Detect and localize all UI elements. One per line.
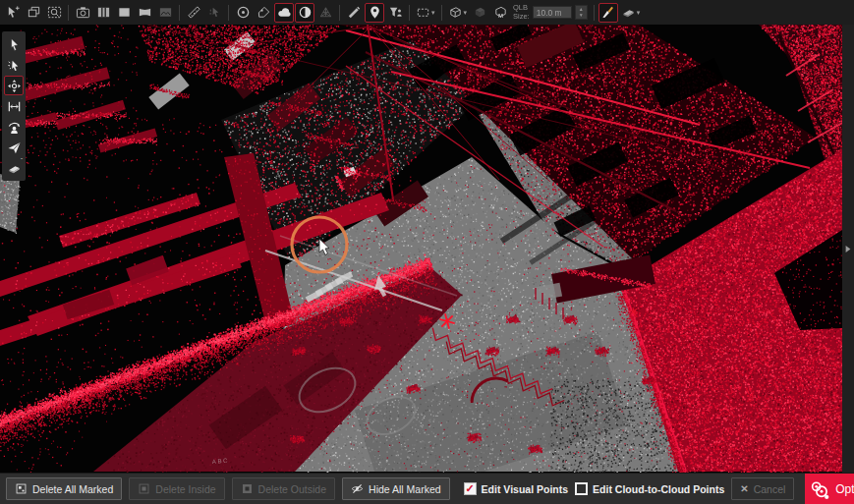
tool-rect-select[interactable]: ▾ xyxy=(414,3,437,23)
duplicate-frames-icon xyxy=(27,5,41,20)
measure-width-icon xyxy=(7,99,22,114)
toolbar-separator xyxy=(228,5,229,21)
button-label: Delete Inside xyxy=(155,483,215,495)
click-cursor-icon xyxy=(207,5,222,20)
location-pin-icon xyxy=(368,5,382,20)
cancel-button: ✕Cancel xyxy=(731,477,794,500)
mesh-icon xyxy=(318,5,333,20)
toolbar-separator xyxy=(339,5,340,21)
hide-marked-icon xyxy=(351,482,364,495)
orbit-person-icon xyxy=(7,120,22,135)
cancel-label: Cancel xyxy=(754,483,786,495)
toolbar-separator xyxy=(441,5,442,21)
optimize-bundle-label: Optimize Bundle xyxy=(835,482,854,496)
point-cloud-viewport[interactable] xyxy=(0,25,842,473)
filter-person-icon xyxy=(388,5,403,20)
tag-icon xyxy=(256,5,271,20)
checkbox-label: Edit Visual Points xyxy=(482,483,569,495)
checkbox-label: Edit Cloud-to-Cloud Points xyxy=(593,483,724,495)
cube-solid-icon xyxy=(473,5,487,20)
button-label: Delete Outside xyxy=(258,483,326,495)
measure-pen-icon xyxy=(347,5,362,20)
qlb-size-stepper[interactable]: ▲▼ xyxy=(575,5,588,20)
tool-cube-wire[interactable]: ▾ xyxy=(446,3,470,23)
tool-cube-solid xyxy=(470,3,489,23)
split-view-icon xyxy=(96,5,111,20)
tool-filter-person[interactable] xyxy=(385,3,405,23)
chevron-down-icon[interactable]: ▾ xyxy=(637,9,641,16)
lasso-cursor-icon xyxy=(7,58,22,73)
tool-eraser-3d[interactable]: ▾ xyxy=(619,3,643,23)
brush-icon xyxy=(600,5,615,20)
solid-rect-icon xyxy=(117,5,132,20)
delete-marked-icon xyxy=(15,482,28,495)
target-disc-icon xyxy=(236,5,251,20)
tool-measure-pen[interactable] xyxy=(344,3,364,23)
tool-select-cursor[interactable] xyxy=(4,34,24,54)
tool-solid-rect[interactable] xyxy=(114,3,134,23)
tool-cube-m[interactable]: M xyxy=(490,3,510,23)
edit-visual-points-checkbox[interactable]: ✓Edit Visual Points xyxy=(464,482,569,495)
tool-cloud[interactable] xyxy=(274,3,294,23)
cloud-icon xyxy=(277,5,292,20)
tool-mesh xyxy=(315,3,335,23)
optimize-bundle-icon xyxy=(810,479,829,499)
tool-orbit-person[interactable] xyxy=(4,117,24,137)
tool-duplicate-frames[interactable] xyxy=(24,3,43,23)
tool-lasso-cursor[interactable] xyxy=(4,55,24,75)
eraser-3d-icon xyxy=(7,161,22,176)
tool-camera[interactable] xyxy=(73,3,92,23)
button-label: Hide All Marked xyxy=(369,483,441,495)
tool-target-disc[interactable] xyxy=(233,3,253,23)
tool-eraser-3d[interactable]: ˇ xyxy=(4,158,24,178)
delete-inside-icon xyxy=(138,482,150,495)
delete-outside-button: Delete Outside xyxy=(232,477,335,500)
rect-select-icon xyxy=(416,5,430,20)
select-cursor-icon xyxy=(7,37,22,52)
eraser-3d-icon xyxy=(621,5,636,20)
images-icon xyxy=(158,5,173,20)
measure-ruler-icon xyxy=(187,5,201,20)
button-label: Delete All Marked xyxy=(32,483,113,495)
tool-images xyxy=(155,3,175,23)
tool-fly-plane[interactable] xyxy=(4,138,24,157)
chevron-icon: ˇ xyxy=(21,157,23,163)
hide-all-marked-button[interactable]: Hide All Marked xyxy=(342,477,450,500)
optimize-bundle-button[interactable]: Optimize Bundle xyxy=(805,474,854,504)
tool-panorama[interactable] xyxy=(135,3,154,23)
toolbar-separator xyxy=(409,5,410,21)
tool-zoom-region[interactable] xyxy=(44,3,64,23)
expand-right-icon xyxy=(844,244,852,254)
tool-contrast-sphere[interactable] xyxy=(295,3,314,23)
toolbar-separator xyxy=(594,5,595,21)
fly-plane-icon xyxy=(7,140,22,155)
qlb-size-input[interactable]: 10.0 m xyxy=(533,6,572,19)
unchecked-checkbox-icon[interactable] xyxy=(575,482,588,495)
tool-location-pin[interactable] xyxy=(365,3,384,23)
tool-pointer-export[interactable] xyxy=(3,3,23,23)
tool-measure-ruler[interactable] xyxy=(184,3,203,23)
tool-tag[interactable] xyxy=(254,3,273,23)
left-toolbar: ˇ xyxy=(2,31,26,181)
chevron-down-icon[interactable]: ▾ xyxy=(464,9,468,16)
tool-measure-width[interactable] xyxy=(4,96,24,116)
contrast-sphere-icon xyxy=(298,5,313,20)
toolbar-separator xyxy=(179,5,180,21)
point-cloud-editor-window: ▾▾MQLBSize:10.0 m▲▼▾ ˇ Delete All Marked… xyxy=(0,0,854,504)
camera-icon xyxy=(76,5,90,20)
cube-wire-icon xyxy=(448,5,463,20)
qlb-size-control: QLBSize:10.0 m▲▼ xyxy=(513,4,588,21)
chevron-down-icon[interactable]: ▾ xyxy=(431,9,435,16)
tool-pan-move[interactable] xyxy=(4,76,24,95)
delete-all-marked-button[interactable]: Delete All Marked xyxy=(6,477,122,500)
tool-click-cursor xyxy=(204,3,224,23)
bottom-action-bar: Delete All MarkedDelete InsideDelete Out… xyxy=(0,473,854,504)
panorama-icon xyxy=(138,5,152,20)
edit-cloud-to-cloud-points-checkbox[interactable]: Edit Cloud-to-Cloud Points xyxy=(575,482,724,495)
tool-split-view[interactable] xyxy=(93,3,113,23)
tool-brush[interactable] xyxy=(598,3,618,23)
right-panel-expander[interactable] xyxy=(842,25,854,473)
delete-outside-icon xyxy=(241,482,254,495)
top-toolbar: ▾▾MQLBSize:10.0 m▲▼▾ xyxy=(0,0,854,25)
checked-checkbox-icon[interactable]: ✓ xyxy=(464,482,477,495)
